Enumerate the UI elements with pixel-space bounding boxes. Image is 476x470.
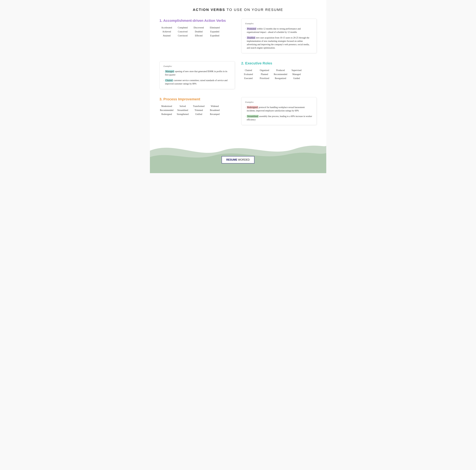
wave-svg [150,132,326,173]
section2-col2: Organized Planned Prioritized [257,68,272,81]
wave-footer: RESUME WORDED [150,132,326,173]
section1-left-example-box-wrapper: Examples: · Managed opening of new store… [159,60,235,91]
highlight-doubled: Doubled [247,36,255,39]
section2-col1: Chaired Evaluated Executed [241,68,256,81]
section1-col4: Eliminated Expanded Expedited [208,26,222,38]
section1-col3: Discovered Doubled Effected [192,26,206,38]
section1-example2: · Doubled new user acquisition from 10-1… [245,36,313,50]
highlight-redesigned: Redesigned [247,106,258,109]
bullet3: · [164,70,164,73]
section2-title: 2. Executive Roles [241,61,317,66]
section1-word-list: Accelerated Achieved Attained Completed … [159,26,235,38]
highlight-promoted: Promoted [247,27,256,30]
highlight-managed: Managed [165,70,174,73]
section2-word-list: Chaired Evaluated Executed Organized Pla… [241,68,317,81]
section3-col2: Solved Streamlined Strengthened [176,104,190,116]
header-bold: ACTION VERBS [193,8,225,12]
section3-example2: · Streamlined assembly line process, lea… [245,115,313,121]
section2-col3: Produced Recommended Reorganized [273,68,288,81]
section3-word-list: Modernised Recommended Redesigned Solved… [159,104,235,116]
bullet6: · [245,115,246,118]
section1-left-example-box: Examples: · Managed opening of new store… [159,61,235,89]
section1-example1: · Promoted within 12 months due to stron… [245,27,313,34]
bullet2: · [245,36,246,39]
section1-examples: Examples: · Promoted within 12 months du… [241,17,317,55]
section3-col1: Modernised Recommended Redesigned [159,104,174,116]
highlight-streamlined: Streamlined [247,115,259,118]
header-light: TO USE ON YOUR RESUME [225,8,283,12]
page-header: ACTION VERBS TO USE ON YOUR RESUME [150,0,326,17]
section1-col1: Accelerated Achieved Attained [159,26,174,38]
section3-title: 3. Process Improvement [159,97,235,101]
section3-example-box: Examples: · Redesigned protocol for hand… [241,97,317,125]
bullet1: · [245,27,246,31]
bullet4: · [164,79,164,82]
section3-block: 3. Process Improvement Modernised Recomm… [159,96,235,127]
brand-box: RESUME WORDED [221,156,255,164]
page: ACTION VERBS TO USE ON YOUR RESUME 1. Ac… [150,0,326,173]
highlight-chaired: Chaired [165,79,173,82]
section3-col4: Widened Broadened Revamped [208,104,222,116]
section3-examples: Examples: · Redesigned protocol for hand… [241,96,317,127]
section1-left-example1: · Managed opening of new store that gene… [164,70,231,76]
bullet5: · [245,106,246,109]
main-content: 1. Accomplishment-driven Action Verbs Ac… [150,17,326,127]
brand-light: WORDED [237,158,250,161]
section2-col4: Supervised Managed Guided [289,68,304,81]
section1-title: 1. Accomplishment-driven Action Verbs [159,18,235,23]
section3-example1: · Redesigned protocol for handling workp… [245,106,313,112]
section2-block: 2. Executive Roles Chaired Evaluated Exe… [241,60,317,91]
section1-words: 1. Accomplishment-driven Action Verbs Ac… [159,17,235,55]
section1-left-example2: · Chaired customer service committee; ra… [164,79,231,85]
brand-bold: RESUME [226,158,237,161]
section3-example-label: Examples: [245,101,313,103]
section1-left-label: Examples: [164,65,231,67]
section1-col2: Completed Conceived Convinced [176,26,190,38]
section1-example-label: Examples: [245,22,313,25]
section3-col3: Transformed Trimmed Unified [192,104,206,116]
section1-example-box: Examples: · Promoted within 12 months du… [241,18,317,53]
